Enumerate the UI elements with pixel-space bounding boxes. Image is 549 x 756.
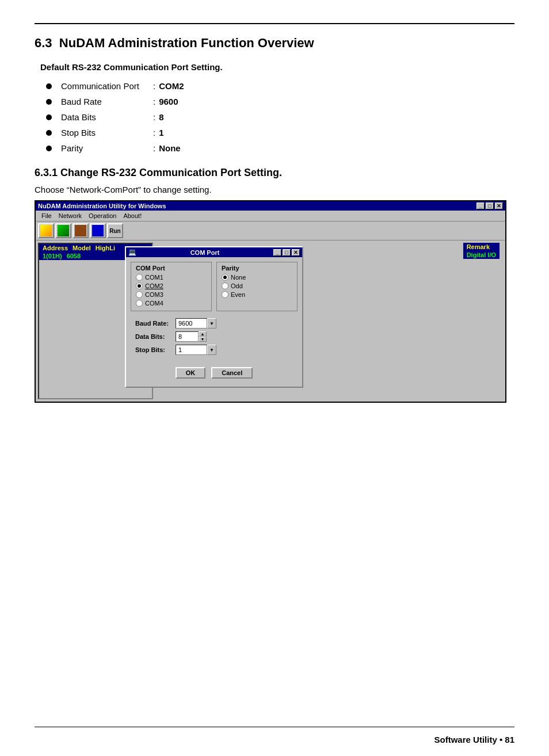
radio-odd[interactable]: Odd [222,282,292,289]
bullet-colon-3: : [153,112,155,122]
menu-about[interactable]: About! [120,212,145,220]
bullet-list: Communication Port : COM2 Baud Rate : 96… [46,81,514,153]
choose-text: Choose “Network-ComPort” to change setti… [35,185,514,194]
dialog-title-bar: 💻 COM Port _ □ ✕ [126,247,302,257]
radio-btn-com3[interactable] [136,291,143,298]
dialog-buttons: OK Cancel [131,365,298,382]
bullet-colon-4: : [153,128,155,138]
radio-btn-com2[interactable] [136,282,143,289]
data-bits-input[interactable]: 8 [176,331,199,342]
bullet-value-1: COM2 [159,81,184,91]
app-toolbar: Run [36,222,505,240]
baud-rate-dropdown-btn[interactable]: ▼ [207,318,216,329]
radio-even[interactable]: Even [222,291,292,298]
menu-file[interactable]: File [38,212,55,220]
stop-bits-field[interactable]: 1 ▼ [176,345,216,355]
stop-bits-row: Stop Bits: 1 ▼ [135,345,293,355]
bullet-colon-1: : [153,81,155,91]
cell-model: 6058 [64,253,83,259]
section-title: 6.3 NuDAM Administration Function Overvi… [35,36,514,51]
data-bits-label: Data Bits: [135,333,176,340]
ok-button[interactable]: OK [176,367,206,379]
remark-header: Remark [463,243,500,251]
toolbar-icon-print [75,225,86,236]
list-item: Data Bits : 8 [46,112,514,122]
page-container: 6.3 NuDAM Administration Function Overvi… [0,0,549,756]
toolbar-btn-5[interactable]: Run [107,223,123,238]
app-minimize-btn[interactable]: _ [476,203,485,209]
toolbar-icon-file [58,225,69,236]
baud-rate-row: Baud Rate: 9600 ▼ [135,318,293,329]
list-item: Stop Bits : 1 [46,128,514,138]
data-bits-spinbox[interactable]: 8 ▲ ▼ [176,331,207,342]
bullet-dot [46,99,52,105]
dialog-title-icon: 💻 [128,249,136,256]
radio-none[interactable]: None [222,274,292,281]
bullet-label-1: Communication Port [61,81,153,91]
list-item: Communication Port : COM2 [46,81,514,91]
cell-address: 1(01H) [40,253,64,259]
radio-label-none: None [231,274,246,281]
radio-com3[interactable]: COM3 [136,291,207,298]
radio-label-odd: Odd [231,282,243,289]
radio-btn-odd[interactable] [222,282,228,289]
app-close-btn[interactable]: ✕ [495,203,503,209]
remark-area: Remark Digital I/O [463,243,500,259]
dialog-minimize-btn[interactable]: _ [273,249,281,256]
bullet-dot [46,114,52,120]
data-bits-spinbox-btns: ▲ ▼ [199,331,207,342]
toolbar-btn-2[interactable] [55,223,71,238]
toolbar-btn-4[interactable] [90,223,106,238]
data-bits-row: Data Bits: 8 ▲ ▼ [135,331,293,342]
menu-network[interactable]: Network [55,212,85,220]
toolbar-btn-3[interactable] [73,223,89,238]
bullet-dot [46,146,52,151]
bullet-value-3: 8 [159,112,163,122]
radio-com1[interactable]: COM1 [136,274,207,281]
dialog-fields: Baud Rate: 9600 ▼ Data Bits: [131,316,298,360]
cancel-button[interactable]: Cancel [211,367,253,379]
radio-label-com4: COM4 [145,300,163,307]
default-settings-label: Default RS-232 Communication Port Settin… [40,62,514,72]
menu-operation[interactable]: Operation [85,212,120,220]
stop-bits-dropdown-btn[interactable]: ▼ [207,345,216,355]
bullet-colon-5: : [153,143,155,153]
dialog-body: COM Port COM1 COM2 COM3 [126,257,302,387]
app-maximize-btn[interactable]: □ [486,203,494,209]
list-item: Baud Rate : 9600 [46,97,514,106]
win-app-outer: NuDAM Administration Utility for Windows… [35,200,506,403]
dialog-close-btn[interactable]: ✕ [292,249,300,256]
toolbar-icon-settings [92,225,104,236]
stop-bits-input[interactable]: 1 [176,345,207,355]
toolbar-icon-run: Run [109,228,120,234]
radio-label-com2: COM2 [145,282,163,289]
com-port-group-title: COM Port [136,265,207,272]
radio-btn-com4[interactable] [136,300,143,307]
bullet-dot [46,130,52,136]
radio-label-com1: COM1 [145,274,163,281]
dialog-title-text: COM Port [190,249,220,256]
bottom-rule [35,727,514,727]
radio-btn-none[interactable] [222,274,228,281]
dialog-maximize-btn[interactable]: □ [283,249,291,256]
data-bits-down-btn[interactable]: ▼ [199,337,207,342]
radio-com4[interactable]: COM4 [136,300,207,307]
radio-btn-even[interactable] [222,291,228,298]
bullet-value-5: None [159,143,181,153]
radio-btn-com1[interactable] [136,274,143,281]
app-menubar: File Network Operation About! [36,211,505,222]
toolbar-btn-1[interactable] [38,223,54,238]
baud-rate-input[interactable]: 9600 [176,318,207,329]
radio-com2[interactable]: COM2 [136,282,207,289]
bullet-label-3: Data Bits [61,112,153,122]
bullet-label-4: Stop Bits [61,128,153,138]
remark-value: Digital I/O [463,251,500,259]
col-highli: HighLi [93,245,117,251]
top-rule [35,23,514,24]
app-main-area: Address Model HighLi 1(01H) 6058 Remark … [36,240,505,402]
data-bits-up-btn[interactable]: ▲ [199,331,207,337]
bullet-label-5: Parity [61,143,153,153]
baud-rate-field[interactable]: 9600 ▼ [176,318,216,329]
bullet-colon-2: : [153,97,155,106]
col-model: Model [70,245,93,251]
